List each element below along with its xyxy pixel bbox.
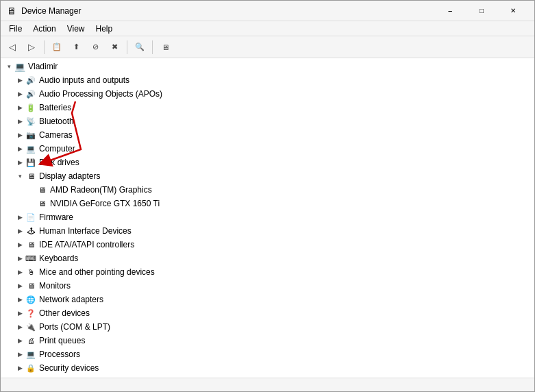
close-button[interactable]: ✕: [497, 1, 529, 21]
tree-audio-inputs[interactable]: ▶ 🔊 Audio inputs and outputs: [1, 73, 534, 87]
icon-ports: 🔌: [25, 321, 36, 332]
expand-cameras[interactable]: ▶: [14, 130, 25, 140]
expand-keyboards[interactable]: ▶: [14, 253, 25, 264]
icon-ide: 🖥: [25, 239, 36, 250]
menu-action[interactable]: Action: [27, 23, 61, 35]
icon-hid: 🕹: [25, 225, 36, 236]
content-area: ▾ 💻 Vladimir ▶ 🔊 Audio inputs and output…: [1, 58, 534, 378]
label-nvidia: NVIDIA GeForce GTX 1650 Ti: [50, 199, 160, 208]
menu-help[interactable]: Help: [90, 23, 119, 35]
label-audio-processing: Audio Processing Objects (APOs): [39, 89, 162, 99]
uninstall-device-button[interactable]: ✖: [105, 39, 123, 56]
expand-processors[interactable]: ▶: [14, 349, 25, 360]
label-amd-radeon: AMD Radeon(TM) Graphics: [50, 185, 152, 195]
tree-hid[interactable]: ▶ 🕹 Human Interface Devices: [1, 224, 534, 238]
label-keyboards: Keyboards: [39, 254, 78, 263]
tree-batteries[interactable]: ▶ 🔋 Batteries: [1, 101, 534, 114]
label-other-devices: Other devices: [39, 308, 90, 318]
tree-network-adapters[interactable]: ▶ 🌐 Network adapters: [1, 293, 534, 306]
update-driver-button[interactable]: ⬆: [67, 39, 85, 56]
properties-button[interactable]: 📋: [48, 39, 66, 56]
tree-print-queues[interactable]: ▶ 🖨 Print queues: [1, 334, 534, 347]
toolbar-separator-1: [44, 40, 45, 54]
icon-audio-processing: 🔊: [25, 88, 36, 99]
expand-display-adapters[interactable]: ▾: [14, 171, 25, 182]
expand-other-devices[interactable]: ▶: [14, 308, 25, 319]
icon-disk-drives: 💾: [25, 157, 36, 168]
tree-firmware[interactable]: ▶ 📄 Firmware: [1, 210, 534, 224]
expand-hid[interactable]: ▶: [14, 225, 25, 236]
scan-hardware-button[interactable]: 🔍: [131, 39, 149, 56]
expand-vladimir[interactable]: ▾: [3, 61, 14, 72]
tree-ports[interactable]: ▶ 🔌 Ports (COM & LPT): [1, 320, 534, 334]
icon-bluetooth: 📡: [25, 116, 36, 127]
tree-security-devices[interactable]: ▶ 🔒 Security devices: [1, 361, 534, 375]
toolbar: ◁ ▷ 📋 ⬆ ⊘ ✖ 🔍 🖥: [1, 36, 534, 58]
tree-keyboards[interactable]: ▶ ⌨ Keyboards: [1, 252, 534, 265]
forward-button[interactable]: ▷: [23, 39, 40, 56]
tree-cameras[interactable]: ▶ 📷 Cameras: [1, 128, 534, 142]
expand-audio-processing[interactable]: ▶: [14, 88, 25, 99]
expand-mice[interactable]: ▶: [14, 267, 25, 278]
label-cameras: Cameras: [39, 130, 73, 140]
expand-firmware[interactable]: ▶: [14, 212, 25, 223]
tree-root-vladimir[interactable]: ▾ 💻 Vladimir: [1, 60, 534, 73]
tree-ide[interactable]: ▶ 🖥 IDE ATA/ATAPI controllers: [1, 238, 534, 252]
tree-audio-processing[interactable]: ▶ 🔊 Audio Processing Objects (APOs): [1, 87, 534, 101]
tree-nvidia[interactable]: ▶ 🖥 NVIDIA GeForce GTX 1650 Ti: [1, 197, 534, 210]
label-display-adapters: Display adapters: [39, 171, 100, 181]
tree-display-adapters[interactable]: ▾ 🖥 Display adapters: [1, 169, 534, 183]
tree-amd-radeon[interactable]: ▶ 🖥 AMD Radeon(TM) Graphics: [1, 183, 534, 197]
expand-network-adapters[interactable]: ▶: [14, 294, 25, 305]
icon-nvidia: 🖥: [36, 198, 47, 209]
icon-computer: 💻: [25, 143, 36, 154]
expand-monitors[interactable]: ▶: [14, 280, 25, 291]
maximize-button[interactable]: □: [466, 1, 497, 21]
menu-view[interactable]: View: [62, 23, 90, 35]
title-bar-text: Device Manager: [21, 6, 434, 16]
label-firmware: Firmware: [39, 212, 73, 222]
minimize-button[interactable]: ‒: [434, 1, 466, 21]
back-button[interactable]: ◁: [3, 39, 21, 56]
tree-bluetooth[interactable]: ▶ 📡 Bluetooth: [1, 114, 534, 128]
icon-security-devices: 🔒: [25, 363, 36, 373]
tree-other-devices[interactable]: ▶ ❓ Other devices: [1, 306, 534, 320]
label-bluetooth: Bluetooth: [39, 117, 74, 126]
menu-file[interactable]: File: [3, 23, 27, 35]
expand-audio-inputs[interactable]: ▶: [14, 75, 25, 86]
label-security-devices: Security devices: [39, 363, 99, 373]
label-ide: IDE ATA/ATAPI controllers: [39, 240, 134, 249]
icon-cameras: 📷: [25, 130, 36, 140]
status-bar: [1, 378, 534, 391]
expand-disk-drives[interactable]: ▶: [14, 157, 25, 168]
icon-audio-inputs: 🔊: [25, 75, 36, 86]
label-disk-drives: Disk drives: [39, 158, 79, 167]
label-ports: Ports (COM & LPT): [39, 322, 110, 332]
tree-disk-drives[interactable]: ▶ 💾 Disk drives: [1, 156, 534, 169]
expand-ports[interactable]: ▶: [14, 321, 25, 332]
label-vladimir: Vladimir: [28, 62, 58, 71]
expand-bluetooth[interactable]: ▶: [14, 116, 25, 127]
label-computer: Computer: [39, 144, 75, 154]
icon-amd-radeon: 🖥: [36, 184, 47, 195]
title-bar-icon: 🖥: [6, 5, 17, 16]
icon-other-devices: ❓: [25, 308, 36, 319]
device-manager-window: 🖥 Device Manager ‒ □ ✕ File Action View …: [0, 0, 535, 392]
tree-computer[interactable]: ▶ 💻 Computer: [1, 142, 534, 156]
monitor-button[interactable]: 🖥: [156, 39, 174, 56]
label-batteries: Batteries: [39, 103, 71, 112]
expand-batteries[interactable]: ▶: [14, 102, 25, 113]
expand-security-devices[interactable]: ▶: [14, 363, 25, 373]
expand-print-queues[interactable]: ▶: [14, 335, 25, 346]
disable-device-button[interactable]: ⊘: [86, 39, 104, 56]
icon-keyboards: ⌨: [25, 253, 36, 264]
expand-ide[interactable]: ▶: [14, 239, 25, 250]
tree-panel: ▾ 💻 Vladimir ▶ 🔊 Audio inputs and output…: [1, 58, 534, 378]
label-processors: Processors: [39, 350, 80, 359]
tree-mice[interactable]: ▶ 🖱 Mice and other pointing devices: [1, 265, 534, 279]
tree-monitors[interactable]: ▶ 🖥 Monitors: [1, 279, 534, 293]
icon-firmware: 📄: [25, 212, 36, 223]
tree-processors[interactable]: ▶ 💻 Processors: [1, 347, 534, 361]
icon-network-adapters: 🌐: [25, 294, 36, 305]
expand-computer[interactable]: ▶: [14, 143, 25, 154]
